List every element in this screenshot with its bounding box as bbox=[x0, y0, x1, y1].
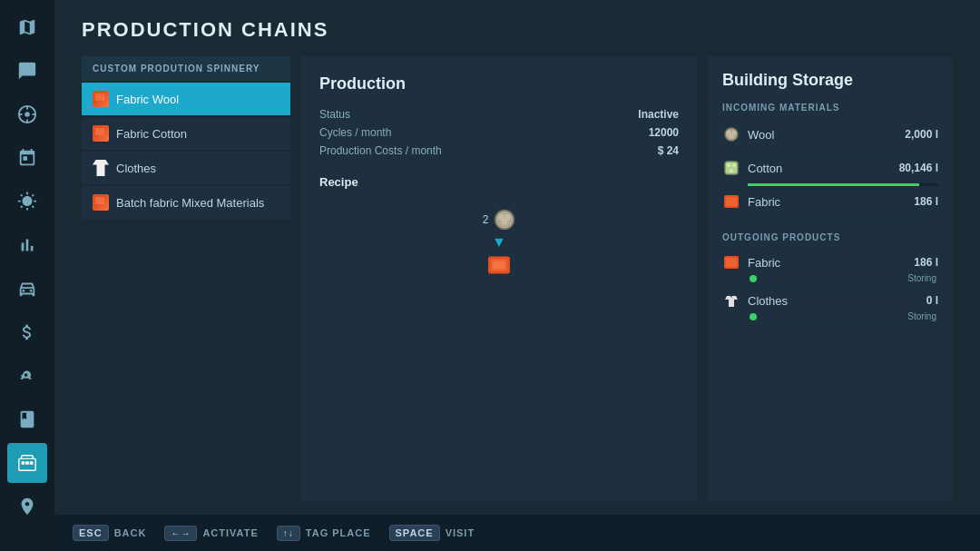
svg-point-15 bbox=[502, 219, 508, 225]
chains-header: CUSTOM PRODUTION SPINNERY bbox=[82, 56, 290, 81]
divider bbox=[722, 224, 938, 225]
chain-item-clothes[interactable]: Clothes bbox=[82, 152, 290, 184]
svg-marker-31 bbox=[725, 296, 738, 307]
hotkey-activate: ←→ ACTIVATE bbox=[164, 526, 258, 541]
activate-badge: ←→ bbox=[164, 526, 197, 541]
wool-amount: 2,000 l bbox=[893, 128, 938, 141]
svg-point-21 bbox=[732, 131, 737, 135]
cycles-label: Cycles / month bbox=[319, 126, 391, 139]
recipe-input-row: 2 bbox=[483, 209, 516, 231]
sidebar-item-weather[interactable] bbox=[7, 182, 47, 221]
svg-rect-28 bbox=[726, 197, 737, 206]
fabric-icon bbox=[93, 125, 109, 142]
svg-point-7 bbox=[30, 290, 33, 292]
costs-value: $ 24 bbox=[658, 144, 679, 157]
sidebar-item-vehicles[interactable] bbox=[7, 269, 47, 309]
clothes-out-name: Clothes bbox=[748, 294, 886, 308]
clothes-icon bbox=[93, 160, 109, 176]
sidebar-item-routes[interactable] bbox=[7, 94, 47, 134]
storage-panel: Building Storage INCOMING MATERIALS Wool… bbox=[708, 56, 953, 501]
fabric-out-main: Fabric 186 l bbox=[722, 253, 938, 271]
recipe-input-count: 2 bbox=[483, 213, 489, 226]
chains-panel: CUSTOM PRODUTION SPINNERY Fabric Wool Fa… bbox=[82, 56, 290, 501]
hotkey-visit: SPACE VISIT bbox=[389, 525, 475, 541]
svg-rect-18 bbox=[493, 261, 505, 270]
svg-rect-9 bbox=[22, 461, 25, 465]
cycles-value: 12000 bbox=[649, 126, 679, 139]
storage-row-fabric-out: Fabric 186 l Storing bbox=[722, 250, 938, 288]
fabric-icon bbox=[722, 192, 740, 211]
chain-item-label: Clothes bbox=[116, 162, 156, 175]
fabric-in-name: Fabric bbox=[748, 195, 886, 209]
cotton-amount: 80,146 l bbox=[893, 162, 938, 174]
fabric-out-name: Fabric bbox=[748, 256, 886, 270]
esc-badge: ESC bbox=[73, 525, 109, 541]
sidebar bbox=[0, 0, 54, 551]
sidebar-item-messages[interactable] bbox=[7, 51, 47, 91]
sidebar-item-production[interactable] bbox=[7, 443, 47, 483]
chain-item-batch-fabric[interactable]: Batch fabric Mixed Materials bbox=[82, 186, 290, 219]
bottom-bar: ESC BACK ←→ ACTIVATE ↑↓ TAG PLACE SPACE … bbox=[54, 515, 980, 551]
cotton-bar bbox=[748, 183, 919, 186]
activate-label: ACTIVATE bbox=[202, 527, 258, 538]
svg-rect-30 bbox=[726, 258, 737, 267]
sidebar-item-industry[interactable] bbox=[7, 399, 47, 439]
cotton-bar-container bbox=[748, 183, 938, 186]
chain-item-label: Fabric Cotton bbox=[116, 127, 187, 141]
svg-point-25 bbox=[732, 163, 736, 167]
recipe-area: 2 ▼ bbox=[319, 200, 679, 285]
costs-row: Production Costs / month $ 24 bbox=[319, 144, 679, 157]
sidebar-item-stats[interactable] bbox=[7, 225, 47, 265]
chain-item-fabric-wool[interactable]: Fabric Wool bbox=[82, 83, 290, 115]
recipe-output-row bbox=[488, 254, 510, 276]
svg-point-20 bbox=[727, 131, 731, 135]
storage-row-cotton: Cotton 80,146 l bbox=[722, 153, 938, 187]
wool-icon bbox=[722, 125, 740, 143]
fabric-in-amount: 186 l bbox=[893, 195, 938, 208]
cycles-row: Cycles / month 12000 bbox=[319, 126, 679, 139]
status-label: Status bbox=[319, 108, 350, 121]
hotkey-esc: ESC BACK bbox=[73, 525, 146, 541]
chain-item-fabric-cotton[interactable]: Fabric Cotton bbox=[82, 117, 290, 150]
svg-rect-10 bbox=[25, 461, 29, 465]
recipe-section: Recipe 2 bbox=[319, 175, 679, 285]
svg-rect-11 bbox=[30, 461, 34, 465]
fabric-out-status: Storing bbox=[907, 273, 938, 283]
sidebar-item-calendar[interactable] bbox=[7, 138, 47, 178]
outgoing-header: OUTGOING PRODUCTS bbox=[722, 232, 938, 242]
storage-row-fabric-in: Fabric 186 l bbox=[722, 187, 938, 217]
clothes-out-status-dot bbox=[750, 313, 757, 320]
costs-label: Production Costs / month bbox=[319, 144, 442, 157]
clothes-out-main: Clothes 0 l bbox=[722, 291, 938, 310]
content-area: CUSTOM PRODUTION SPINNERY Fabric Wool Fa… bbox=[82, 56, 953, 501]
recipe-fabric-icon bbox=[488, 254, 510, 276]
chain-item-label: Fabric Wool bbox=[116, 93, 179, 106]
status-row: Status Inactive bbox=[319, 108, 679, 121]
storage-row-clothes-out: Clothes 0 l Storing bbox=[722, 288, 938, 326]
sidebar-item-finances[interactable] bbox=[7, 312, 47, 352]
page-title: PRODUCTION CHAINS bbox=[82, 18, 953, 42]
hotkey-tagplace: ↑↓ TAG PLACE bbox=[277, 526, 371, 541]
sidebar-item-zone[interactable] bbox=[7, 487, 47, 526]
svg-point-26 bbox=[730, 169, 733, 172]
svg-point-24 bbox=[727, 163, 730, 167]
clothes-out-icon bbox=[722, 291, 740, 310]
fabric-out-status-dot bbox=[750, 275, 757, 282]
fabric-icon bbox=[93, 91, 109, 107]
visit-label: VISIT bbox=[446, 527, 475, 538]
recipe-arrow: ▼ bbox=[492, 234, 506, 251]
fabric-out-icon bbox=[722, 253, 740, 271]
production-title: Production bbox=[319, 74, 679, 93]
svg-point-1 bbox=[24, 112, 30, 117]
incoming-header: INCOMING MATERIALS bbox=[722, 103, 938, 113]
esc-label: BACK bbox=[114, 527, 147, 538]
clothes-out-amount: 0 l bbox=[893, 294, 938, 307]
visit-badge: SPACE bbox=[389, 525, 440, 541]
sidebar-item-map[interactable] bbox=[7, 7, 47, 47]
tagplace-label: TAG PLACE bbox=[306, 527, 371, 538]
cotton-name: Cotton bbox=[748, 162, 886, 175]
sidebar-item-animals[interactable] bbox=[7, 356, 47, 396]
fabric-icon bbox=[93, 194, 109, 211]
tagplace-badge: ↑↓ bbox=[277, 526, 300, 541]
fabric-out-amount: 186 l bbox=[893, 256, 938, 269]
